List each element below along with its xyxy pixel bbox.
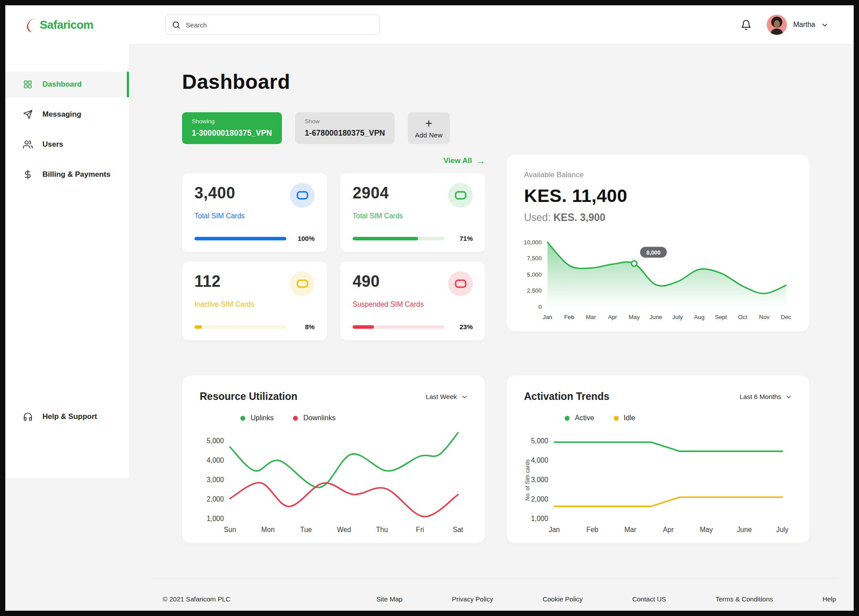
legend-item-active: Active	[565, 414, 594, 422]
svg-text:1,000: 1,000	[531, 515, 548, 522]
sidebar-item-label: Users	[42, 140, 63, 149]
footer-link-cookie[interactable]: Cookie Policy	[543, 595, 583, 603]
dashboard-grid-icon	[23, 80, 33, 89]
brand-name: Safaricom	[40, 18, 93, 32]
svg-text:Feb: Feb	[564, 314, 574, 321]
progress-fill	[353, 237, 418, 240]
sidebar-item-help-support[interactable]: Help & Support	[5, 404, 129, 430]
chip-label: Showing	[192, 118, 272, 125]
app-frame: Safaricom	[0, 0, 859, 616]
stat-card-total-sim-green: 2904 Total SIM Cards	[340, 173, 485, 252]
sim-stats-section: View All → 3,400	[182, 155, 485, 340]
legend-dot	[240, 416, 245, 421]
sim-card-icon	[290, 183, 315, 208]
available-balance-card: Available Balance KES. 11,400 Used: KES.…	[506, 155, 810, 331]
chevron-down-icon	[461, 394, 468, 400]
stat-card-total-sim-blue: 3,400 Total SIM Cards	[182, 173, 327, 252]
balance-amount: KES. 11,400	[524, 186, 792, 206]
progress-fill	[353, 325, 374, 329]
legend-dot	[293, 416, 298, 421]
stat-value: 490	[353, 272, 380, 291]
dollar-icon	[23, 170, 33, 179]
user-menu[interactable]: Martha	[767, 15, 828, 35]
svg-text:No. of Sim cards: No. of Sim cards	[525, 459, 531, 501]
svg-text:7,500: 7,500	[527, 255, 542, 262]
sidebar-nav: Dashboard Messaging	[5, 72, 129, 192]
user-name: Martha	[793, 21, 815, 29]
footer-link-contact[interactable]: Contact US	[632, 595, 666, 603]
svg-text:Fri: Fri	[416, 525, 424, 533]
account-chips: Showing 1-300000180375_VPN Show 1-678000…	[182, 112, 810, 144]
stat-percent: 71%	[452, 235, 473, 242]
search-bar	[165, 15, 380, 35]
balance-label: Available Balance	[524, 171, 792, 179]
sidebar-item-users[interactable]: Users	[5, 132, 129, 157]
svg-text:Aug: Aug	[694, 314, 705, 321]
resource-utilization-chart: 1,0002,0003,0004,0005,000SunMonTueWedThu…	[200, 430, 468, 539]
resource-range-dropdown[interactable]: Last Week	[426, 393, 468, 400]
legend-item-uplinks: Uplinks	[240, 414, 274, 422]
range-label: Last Week	[426, 393, 457, 400]
svg-text:2,000: 2,000	[531, 495, 548, 503]
avatar[interactable]	[767, 15, 787, 35]
svg-text:May: May	[629, 314, 640, 321]
sidebar-item-billing[interactable]: Billing & Payments	[5, 162, 129, 187]
svg-text:10,000: 10,000	[524, 239, 542, 246]
chevron-down-icon	[786, 394, 792, 400]
sidebar-item-dashboard[interactable]: Dashboard	[5, 72, 129, 97]
stat-percent: 100%	[294, 235, 315, 242]
stat-percent: 23%	[452, 323, 473, 331]
legend-dot	[614, 416, 619, 421]
view-all-link[interactable]: View All →	[444, 155, 485, 167]
resource-utilization-card: Resource Utilization Last Week	[182, 376, 485, 543]
sidebar-item-label: Help & Support	[42, 412, 97, 421]
progress-track	[194, 237, 286, 240]
svg-text:Dec: Dec	[781, 314, 791, 321]
chart-title: Activation Trends	[524, 391, 609, 403]
svg-text:Jan: Jan	[549, 525, 560, 533]
brand-logo: Safaricom	[5, 16, 165, 34]
legend-label: Active	[575, 414, 594, 422]
svg-text:July: July	[673, 314, 683, 321]
legend-label: Downlinks	[303, 414, 335, 422]
show-account-chip[interactable]: Show 1-678000180375_VPN	[295, 112, 395, 144]
svg-text:5,000: 5,000	[527, 271, 542, 278]
svg-text:4,000: 4,000	[207, 456, 224, 464]
stat-label: Total SIM Cards	[353, 212, 473, 220]
footer-link-terms[interactable]: Terms & Conditions	[715, 595, 773, 603]
svg-text:3,000: 3,000	[207, 476, 224, 483]
legend-label: Uplinks	[251, 414, 274, 422]
legend: Uplinks Downlinks	[240, 414, 468, 422]
svg-text:Thu: Thu	[376, 525, 388, 533]
stat-card-suspended-sim: 490 Suspended SIM Cards	[340, 262, 485, 340]
footer-link-sitemap[interactable]: Site Map	[376, 595, 403, 603]
footer-link-privacy[interactable]: Privacy Policy	[452, 595, 493, 603]
stat-label: Inactive SIM Cards	[194, 300, 315, 308]
sim-card-icon	[448, 271, 473, 296]
sidebar-item-label: Dashboard	[42, 80, 82, 89]
showing-account-chip[interactable]: Showing 1-300000180375_VPN	[182, 112, 282, 144]
svg-text:Nov: Nov	[759, 314, 770, 321]
page-title: Dashboard	[182, 70, 810, 94]
progress-track	[353, 325, 445, 329]
add-new-label: Add New	[415, 131, 442, 139]
search-icon	[172, 20, 181, 30]
progress-track	[194, 325, 286, 329]
svg-text:Tue: Tue	[300, 525, 312, 533]
sidebar-item-messaging[interactable]: Messaging	[5, 102, 129, 127]
avatar-image	[767, 15, 787, 35]
notifications-button[interactable]	[741, 19, 752, 31]
footer-link-help[interactable]: Help	[822, 595, 836, 603]
stat-value: 3,400	[194, 184, 236, 202]
search-input[interactable]	[186, 21, 373, 29]
svg-text:3,000: 3,000	[531, 476, 548, 483]
add-new-button[interactable]: + Add New	[408, 112, 449, 144]
svg-text:5,000: 5,000	[531, 437, 548, 445]
svg-text:Wed: Wed	[337, 525, 351, 533]
svg-text:Sept: Sept	[715, 314, 727, 321]
legend-dot	[565, 416, 570, 421]
activation-range-dropdown[interactable]: Last 6 Months	[740, 393, 792, 400]
svg-text:2,000: 2,000	[207, 495, 224, 503]
chevron-down-icon	[821, 22, 828, 28]
svg-text:May: May	[700, 525, 713, 533]
